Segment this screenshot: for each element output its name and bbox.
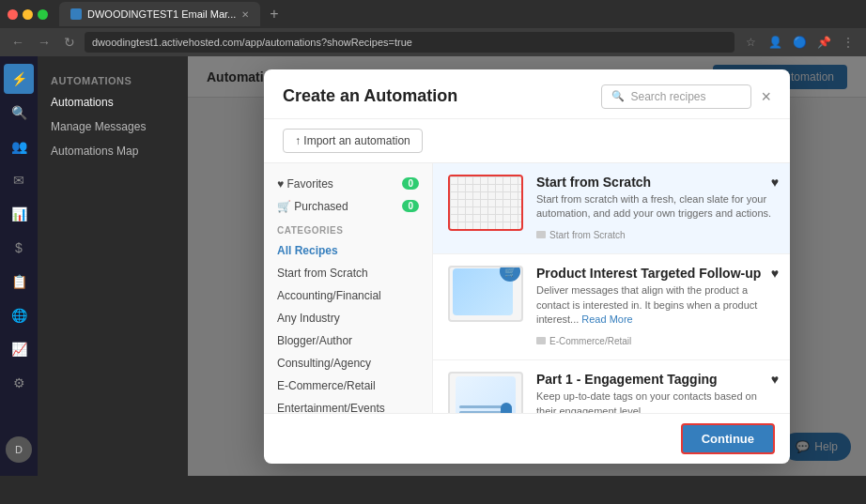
tag-icon-scratch	[536, 231, 546, 238]
modal-footer: Continue	[264, 413, 790, 464]
bookmark-icon[interactable]: ☆	[740, 32, 761, 53]
modal-close-button[interactable]: ×	[761, 88, 771, 105]
recipe-desc-engagement: Keep up-to-date tags on your contacts ba…	[536, 389, 775, 412]
sidebar-icon-dollar[interactable]: $	[4, 233, 34, 263]
sidebar-icon-contacts[interactable]: 👥	[4, 131, 34, 161]
extension-icon-2[interactable]: 📌	[813, 32, 834, 53]
grid-pattern	[450, 176, 521, 229]
tab-favicon	[70, 8, 82, 20]
sidebar-item-automations[interactable]: Automations	[38, 90, 188, 115]
traffic-light-yellow[interactable]	[23, 9, 33, 20]
extension-icon-1[interactable]: 🔵	[789, 32, 810, 53]
sidebar-icon-email[interactable]: ✉	[4, 165, 34, 195]
traffic-light-green[interactable]	[38, 9, 48, 20]
create-automation-modal: Create an Automation 🔍 Search recipes × …	[264, 69, 790, 464]
back-button[interactable]: ←	[8, 33, 28, 52]
recipe-tag-product-interest: E-Commerce/Retail	[536, 336, 631, 346]
recipe-info-scratch: Start from Scratch Start from scratch wi…	[536, 175, 775, 243]
browser-toolbar: ← → ↻ ☆ 👤 🔵 📌 ⋮	[0, 28, 866, 56]
nav-section-title: Automations	[38, 68, 188, 90]
modal-overlay: Create an Automation 🔍 Search recipes × …	[188, 56, 866, 476]
recipe-item-engagement[interactable]: Part 1 - Engagement Tagging Keep up-to-d…	[433, 360, 790, 412]
category-consulting[interactable]: Consulting/Agency	[264, 352, 432, 374]
main-content: Automations Show Recommendations Create …	[188, 56, 866, 476]
categories-title: CATEGORIES	[264, 218, 432, 239]
cart-icon: 🛒	[277, 200, 291, 213]
sidebar-icon-settings[interactable]: ⚙	[4, 368, 34, 398]
thumb-person	[501, 403, 512, 412]
sidebar-purchased[interactable]: 🛒 Purchased 0	[264, 195, 432, 218]
thumb-line-2	[459, 411, 502, 412]
recipe-item-scratch[interactable]: Start from Scratch Start from scratch wi…	[433, 163, 790, 255]
search-icon: 🔍	[611, 90, 625, 102]
import-automation-button[interactable]: ↑ Import an automation	[283, 129, 423, 153]
recipe-list: Start from Scratch Start from scratch wi…	[433, 163, 790, 413]
sidebar-item-manage-messages[interactable]: Manage Messages	[38, 115, 188, 139]
recipe-name-product-interest: Product Interest Targeted Follow-up	[536, 266, 775, 281]
recipe-desc-product-interest: Deliver messages that align with the pro…	[536, 283, 775, 327]
recipe-desc-scratch: Start from scratch with a fresh, clean s…	[536, 192, 775, 221]
user-avatar[interactable]: D	[6, 436, 32, 463]
recipe-item-product-interest[interactable]: 🛒 Product Interest Targeted Follow-up De…	[433, 254, 790, 360]
traffic-light-red[interactable]	[8, 9, 18, 20]
sidebar-icon-search[interactable]: 🔍	[4, 98, 34, 128]
recipe-name-engagement: Part 1 - Engagement Tagging	[536, 372, 775, 387]
nav-sidebar: Automations Automations Manage Messages …	[38, 56, 188, 476]
modal-header-right: 🔍 Search recipes ×	[601, 84, 771, 109]
purchased-badge: 0	[402, 200, 419, 212]
modal-sidebar: ♥ Favorites 0 🛒 Purchased 0	[264, 163, 433, 413]
category-start-scratch[interactable]: Start from Scratch	[264, 262, 432, 284]
category-any-industry[interactable]: Any Industry	[264, 307, 432, 329]
read-more-link[interactable]: Read More	[581, 313, 632, 325]
sidebar-icon-analytics[interactable]: 📊	[4, 199, 34, 229]
modal-body: ♥ Favorites 0 🛒 Purchased 0	[264, 163, 790, 413]
category-entertainment[interactable]: Entertainment/Events	[264, 397, 432, 413]
app-container: ⚡ 🔍 👥 ✉ 📊 $ 📋 🌐 📈 ⚙ D Automations Automa…	[0, 56, 866, 476]
fav-icon-scratch[interactable]: ♥	[771, 175, 779, 190]
thumb-envelope: 🛒	[453, 268, 518, 319]
sidebar-item-automations-map[interactable]: Automations Map	[38, 139, 188, 163]
browser-tabs: DWOODINGTEST1 Email Mar... ✕ +	[0, 0, 866, 28]
search-placeholder: Search recipes	[630, 90, 705, 103]
recipe-tag-scratch: Start from Scratch	[536, 230, 626, 240]
recipe-thumb-product-interest: 🛒	[448, 266, 523, 322]
category-ecommerce[interactable]: E-Commerce/Retail	[264, 374, 432, 397]
recipe-thumb-scratch	[448, 175, 523, 231]
fav-icon-engagement[interactable]: ♥	[771, 372, 779, 387]
sidebar-icon-reports[interactable]: 📋	[4, 267, 34, 297]
icon-sidebar: ⚡ 🔍 👥 ✉ 📊 $ 📋 🌐 📈 ⚙ D	[0, 56, 38, 476]
category-all-recipes[interactable]: All Recipes	[264, 239, 432, 262]
toolbar-icons: ☆ 👤 🔵 📌 ⋮	[740, 32, 858, 53]
purchased-label: 🛒 Purchased	[277, 200, 348, 213]
continue-button[interactable]: Continue	[681, 423, 775, 454]
category-accounting[interactable]: Accounting/Financial	[264, 284, 432, 307]
browser-chrome: DWOODINGTEST1 Email Mar... ✕ + ← → ↻ ☆ 👤…	[0, 0, 866, 56]
recipe-info-engagement: Part 1 - Engagement Tagging Keep up-to-d…	[536, 372, 775, 412]
forward-button[interactable]: →	[34, 33, 54, 52]
favorites-badge: 0	[402, 177, 419, 190]
category-blogger[interactable]: Blogger/Author	[264, 329, 432, 352]
avatar-icon[interactable]: 👤	[765, 32, 785, 53]
recipe-thumb-engagement	[448, 372, 523, 412]
modal-title: Create an Automation	[283, 86, 457, 106]
thumb-envelope-bg: 🛒	[453, 268, 513, 315]
fav-icon-product[interactable]: ♥	[771, 266, 779, 281]
new-tab-button[interactable]: +	[264, 6, 284, 23]
address-bar[interactable]	[85, 32, 735, 53]
tag-icon-product	[536, 337, 546, 344]
recipe-info-product-interest: Product Interest Targeted Follow-up Deli…	[536, 266, 775, 348]
sidebar-icon-pages[interactable]: 🌐	[4, 300, 34, 330]
thumb-envelope-icon: 🛒	[500, 266, 520, 282]
menu-icon[interactable]: ⋮	[838, 32, 858, 53]
recipe-name-scratch: Start from Scratch	[536, 175, 775, 190]
active-tab[interactable]: DWOODINGTEST1 Email Mar... ✕	[59, 2, 260, 26]
favorites-label: ♥ Favorites	[277, 177, 333, 191]
tab-close-btn[interactable]: ✕	[241, 9, 249, 20]
search-recipes-box[interactable]: 🔍 Search recipes	[601, 84, 751, 109]
thumb-part3	[456, 376, 516, 412]
refresh-button[interactable]: ↻	[60, 33, 79, 52]
sidebar-favorites[interactable]: ♥ Favorites 0	[264, 173, 432, 195]
heart-icon: ♥	[277, 177, 284, 191]
sidebar-icon-automations[interactable]: ⚡	[4, 64, 34, 94]
sidebar-icon-bar[interactable]: 📈	[4, 334, 34, 364]
